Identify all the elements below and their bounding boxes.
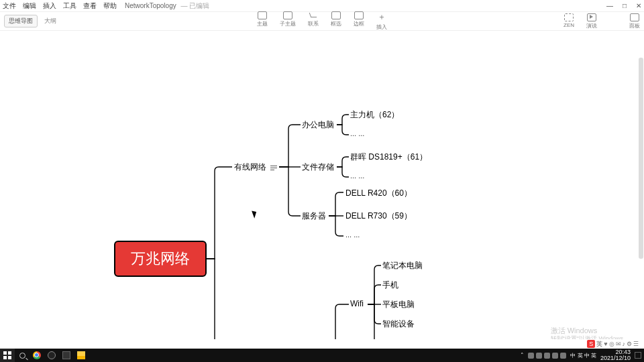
leaf-r420[interactable]: DELL R420（60） <box>345 188 412 199</box>
leaf-laptop[interactable]: 笔记本电脑 <box>382 260 423 272</box>
ime-extras[interactable]: ♥◎✉♪⚙☰ <box>604 341 640 347</box>
taskbar-obs[interactable] <box>44 349 59 362</box>
toolbar: 思维导图 大纲 主题 子主题 联系 框选 边框 ＋插入 ZEN 演说 面板 <box>0 12 644 31</box>
taskbar-ime[interactable]: 中 英 中 英 <box>570 352 596 359</box>
notification-center-icon[interactable] <box>635 352 641 359</box>
menu-help[interactable]: 帮助 <box>103 1 117 11</box>
taskbar-clock[interactable]: 20:43 2021/12/10 <box>600 349 631 361</box>
taskbar-search[interactable] <box>15 349 30 362</box>
tool-border[interactable]: 边框 <box>354 11 364 31</box>
taskbar-explorer[interactable] <box>74 349 89 362</box>
node-root[interactable]: 万兆网络 <box>114 241 207 277</box>
ime-tray-strip: S 英 ♥◎✉♪⚙☰ <box>0 339 644 349</box>
node-storage[interactable]: 文件存储 <box>302 162 334 173</box>
scrollbar-thumb[interactable] <box>639 58 643 259</box>
tool-present[interactable]: 演说 <box>586 13 597 29</box>
tool-topic[interactable]: 主题 <box>257 11 268 31</box>
menu-view[interactable]: 查看 <box>83 1 97 11</box>
leaf-phone[interactable]: 手机 <box>382 280 398 291</box>
leaf-iot[interactable]: 智能设备 <box>382 318 415 330</box>
taskbar: ˄ 中 英 中 英 20:43 2021/12/10 <box>0 349 644 362</box>
leaf-r730[interactable]: DELL R730（59） <box>345 210 412 222</box>
leaf-server-more[interactable]: ... ... <box>345 231 360 239</box>
system-tray[interactable] <box>528 353 566 359</box>
ime-lang[interactable]: 英 <box>596 340 602 349</box>
leaf-tablet[interactable]: 平板电脑 <box>382 299 415 310</box>
window-minimize-button[interactable]: — <box>606 2 613 9</box>
tool-panel[interactable]: 面板 <box>629 13 640 29</box>
menu-bar: 文件 编辑 插入 工具 查看 帮助 NetworkTopology — 已编辑 … <box>0 0 644 12</box>
mindmap-canvas[interactable]: 万兆网络 有线网络 办公电脑 主力机（62） ... ... 文件存储 群晖 D… <box>0 31 644 349</box>
tool-zen[interactable]: ZEN <box>564 13 574 29</box>
doc-title: NetworkTopology — 已编辑 <box>125 1 209 11</box>
node-wifi[interactable]: Wifi <box>350 299 364 308</box>
vertical-scrollbar[interactable] <box>639 31 643 349</box>
menu-tools[interactable]: 工具 <box>63 1 76 11</box>
node-servers[interactable]: 服务器 <box>302 210 326 222</box>
leaf-storage-more[interactable]: ... ... <box>350 172 364 180</box>
tab-outline[interactable]: 大纲 <box>40 15 60 27</box>
tool-boundary[interactable]: 框选 <box>331 11 341 31</box>
menu-insert[interactable]: 插入 <box>43 1 56 11</box>
menu-edit[interactable]: 编辑 <box>23 1 36 11</box>
tool-insert[interactable]: ＋插入 <box>376 11 387 31</box>
leaf-main-pc[interactable]: 主力机（62） <box>350 109 399 121</box>
tab-mindmap[interactable]: 思维导图 <box>4 15 38 27</box>
node-office-pc[interactable]: 办公电脑 <box>302 119 334 131</box>
node-root-label: 万兆网络 <box>131 249 190 269</box>
menu-file[interactable]: 文件 <box>3 1 16 11</box>
sogou-ime-icon[interactable]: S <box>587 340 595 348</box>
window-close-button[interactable]: ✕ <box>636 2 641 9</box>
leaf-office-more[interactable]: ... ... <box>350 129 364 137</box>
tool-relation[interactable]: 联系 <box>308 11 319 31</box>
window-maximize-button[interactable]: □ <box>623 2 627 9</box>
leaf-synology[interactable]: 群晖 DS1819+（61） <box>350 152 427 163</box>
notes-icon[interactable] <box>270 165 277 170</box>
taskbar-terminal[interactable] <box>59 349 74 362</box>
connectors <box>0 31 644 349</box>
mouse-cursor <box>253 210 258 218</box>
tool-subtopic[interactable]: 子主题 <box>280 11 296 31</box>
node-wired[interactable]: 有线网络 <box>234 162 277 173</box>
taskbar-chrome[interactable] <box>30 349 44 362</box>
start-button[interactable] <box>0 349 15 362</box>
